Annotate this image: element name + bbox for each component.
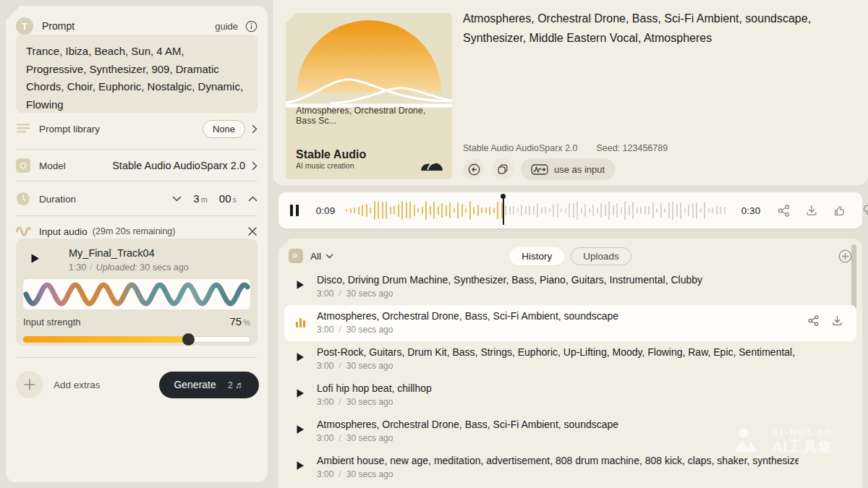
current-time: 0:09	[310, 205, 341, 216]
track-duration: 3:00	[317, 288, 333, 299]
tab-uploads[interactable]: Uploads	[571, 247, 631, 265]
add-extras-icon[interactable]	[16, 371, 43, 398]
track-row[interactable]: Lofi hip hop beat, chillhop3:00/30 secs …	[284, 377, 856, 414]
info-icon[interactable]	[245, 20, 258, 33]
player-waveform[interactable]	[346, 192, 728, 228]
duration-icon	[16, 192, 30, 206]
close-icon[interactable]	[247, 226, 258, 236]
duration-increase-icon[interactable]	[248, 196, 258, 202]
brand-subtitle: AI music creation	[296, 161, 366, 170]
meta-separator: /	[333, 469, 346, 479]
now-playing-panel: Atmospheres, Orchestral Drone, Bass Sc..…	[273, 0, 868, 185]
input-waveform	[23, 279, 250, 309]
track-age: 30 secs ago	[346, 325, 393, 335]
library-header: All History Uploads	[289, 247, 852, 265]
uploaded-track-meta: 1:30/Uploaded: 30 secs ago	[69, 262, 189, 273]
generate-credits: 2♬	[228, 380, 244, 390]
model-value: Stable Audio AudioSparx 2.0	[112, 160, 245, 171]
input-strength-value: 75%	[230, 315, 250, 328]
track-title: Disco, Driving Drum Machine, Synthesizer…	[317, 273, 799, 287]
uploaded-track-name: My_Final_Track04	[69, 247, 155, 259]
divider	[16, 215, 258, 216]
model-name: Stable Audio AudioSparx 2.0	[463, 143, 577, 153]
track-title: Atmospheres, Orchestral Drone, Bass, Sci…	[317, 309, 799, 323]
uploaded-track-duration: 1:30	[69, 262, 86, 273]
duration-label: Duration	[39, 194, 76, 205]
track-row[interactable]: Post-Rock, Guitars, Drum Kit, Bass, Stri…	[284, 341, 856, 377]
prompt-library-label: Prompt library	[39, 124, 100, 134]
play-icon[interactable]	[296, 424, 306, 435]
track-title: Atmospheres, Orchestral Drone, Bass, Sci…	[317, 418, 799, 432]
add-track-button[interactable]	[838, 249, 852, 263]
play-icon[interactable]	[296, 388, 306, 398]
prompt-icon: T	[16, 17, 33, 35]
playhead[interactable]	[503, 196, 504, 225]
track-duration: 3:00	[317, 397, 333, 407]
chevron-right-icon	[252, 124, 258, 134]
guide-link[interactable]: guide	[215, 21, 238, 32]
album-brand: Stable Audio AI music creation	[296, 147, 366, 170]
track-age: 30 secs ago	[346, 397, 393, 407]
library-icon	[16, 123, 30, 134]
input-audio-icon	[16, 226, 31, 237]
track-age: 30 secs ago	[346, 361, 393, 371]
use-as-input-button[interactable]: use as input	[521, 158, 615, 180]
share-button[interactable]	[773, 200, 793, 221]
waveform-chip-icon	[531, 164, 548, 175]
prompt-section-label: Prompt	[42, 20, 75, 32]
play-icon[interactable]	[30, 253, 40, 264]
divider	[16, 357, 258, 358]
watermark-line2: AI工具集	[772, 437, 833, 457]
duration-seconds[interactable]: 00s	[219, 192, 237, 205]
download-icon	[805, 204, 818, 217]
now-playing-title: Atmospheres, Orchestral Drone, Bass, Sci…	[463, 9, 828, 48]
input-strength-label: Input strength	[23, 317, 81, 328]
library-value-badge[interactable]: None	[203, 120, 245, 138]
chevron-right-icon	[252, 161, 258, 171]
duration-decrease-icon[interactable]	[172, 196, 182, 202]
equalizer-icon[interactable]	[296, 316, 306, 328]
prompt-library-row[interactable]: Prompt library None	[16, 116, 258, 142]
total-time: 0:30	[736, 205, 766, 216]
input-strength-row: Input strength 75%	[23, 315, 250, 330]
pause-button[interactable]	[290, 205, 299, 216]
brand-name: Stable Audio	[296, 147, 366, 161]
track-row[interactable]: Atmospheres, Orchestral Drone, Bass, Sci…	[284, 305, 856, 341]
tab-history[interactable]: History	[509, 247, 564, 265]
add-extras-label[interactable]: Add extras	[54, 380, 101, 390]
mountains-artwork	[286, 74, 452, 108]
slider-fill	[23, 336, 189, 343]
download-button[interactable]	[801, 200, 822, 221]
model-row[interactable]: Model Stable Audio AudioSparx 2.0	[16, 150, 258, 181]
input-audio-remaining: (29m 20s remaining)	[93, 226, 176, 236]
play-icon[interactable]	[296, 280, 306, 290]
like-button[interactable]	[830, 200, 850, 221]
watermark-logo-icon	[734, 428, 765, 454]
model-icon	[16, 158, 30, 173]
generate-button[interactable]: Generate 2♬	[159, 372, 259, 398]
track-duration: 3:00	[317, 469, 333, 479]
prompt-input[interactable]: Trance, Ibiza, Beach, Sun, 4 AM, Progres…	[16, 35, 258, 113]
stable-audio-logo-icon	[420, 157, 443, 171]
thumbs-up-icon	[833, 204, 846, 217]
copy-button[interactable]	[492, 158, 514, 180]
watermark-line1: ai-bot.cn	[772, 425, 833, 437]
input-audio-label: Input audio	[39, 226, 88, 237]
album-caption: Atmospheres, Orchestral Drone, Bass Sc..…	[296, 106, 445, 126]
input-strength-slider[interactable]	[23, 333, 250, 346]
track-row[interactable]: Disco, Driving Drum Machine, Synthesizer…	[284, 269, 856, 305]
meta-separator: /	[333, 433, 346, 443]
play-icon[interactable]	[296, 461, 306, 471]
reuse-settings-button[interactable]	[463, 158, 485, 180]
share-icon	[777, 204, 791, 218]
share-icon[interactable]	[807, 314, 820, 327]
uploaded-audio-card: My_Final_Track04 1:30/Uploaded: 30 secs …	[16, 239, 258, 346]
download-icon[interactable]	[831, 314, 843, 327]
duration-minutes[interactable]: 3m	[193, 192, 208, 205]
slider-knob[interactable]	[182, 333, 195, 346]
sidebar-footer: Add extras Generate 2♬	[16, 366, 259, 403]
dislike-button[interactable]	[858, 200, 868, 221]
library-panel: All History Uploads Disco, Driving Drum …	[278, 239, 862, 488]
play-icon[interactable]	[296, 352, 306, 362]
music-note-icon: ♬	[235, 380, 244, 390]
